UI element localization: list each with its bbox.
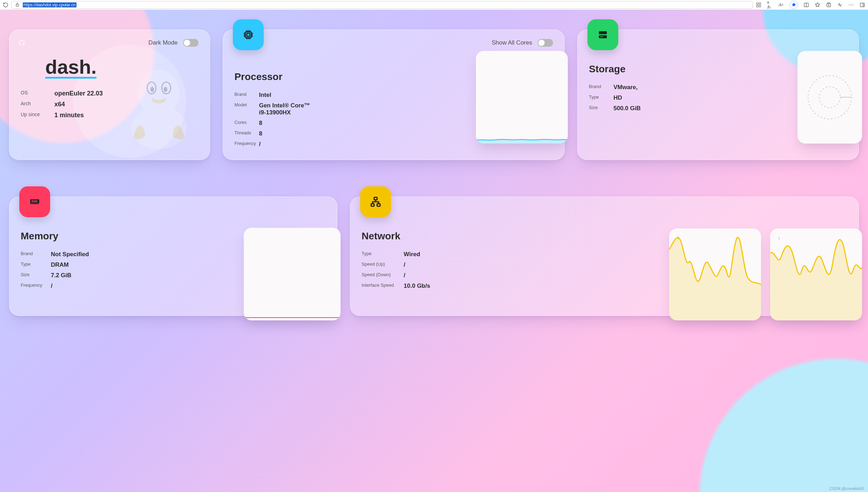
network-icon: [360, 186, 391, 217]
svg-rect-17: [247, 33, 250, 36]
proc-model-value: Gen Intel® Core™ i9-13900HX: [259, 102, 311, 116]
dark-mode-label: Dark Mode: [148, 39, 177, 46]
svg-point-23: [819, 87, 840, 108]
svg-point-21: [602, 36, 603, 37]
mem-freq-label: Frequency: [21, 282, 51, 290]
page: Dark Mode dash. OS openEuler 22.03 Arch …: [0, 10, 868, 492]
arch-value: x64: [54, 101, 199, 108]
watermark: CSDN @cronaldo91: [829, 486, 864, 491]
svg-rect-2: [759, 3, 761, 5]
svg-rect-1: [756, 3, 758, 5]
favorites-list-icon[interactable]: [815, 2, 820, 8]
os-label: OS: [21, 90, 54, 97]
net-type-label: Type: [362, 251, 404, 258]
svg-rect-28: [35, 200, 36, 202]
mem-size-label: Size: [21, 272, 51, 279]
card-memory: Memory Brand Not Specified Type DRAM Siz…: [9, 197, 337, 316]
proc-brand-label: Brand: [234, 92, 259, 99]
svg-rect-27: [33, 200, 34, 202]
store-size-label: Size: [589, 105, 613, 112]
svg-rect-30: [374, 197, 377, 200]
storage-chart: [798, 51, 862, 144]
net-down-label: Speed (Down): [362, 272, 404, 279]
extensions-icon[interactable]: [756, 2, 761, 8]
favorite-icon[interactable]: [789, 1, 798, 9]
row-1: Dark Mode dash. OS openEuler 22.03 Arch …: [0, 10, 868, 160]
proc-threads-label: Threads: [234, 130, 259, 137]
proc-freq-label: Frequency: [234, 141, 259, 148]
svg-rect-3: [756, 5, 758, 7]
show-cores-toggle[interactable]: [538, 39, 553, 47]
up-value: 1 minutes: [54, 112, 199, 119]
store-type-label: Type: [589, 94, 613, 101]
net-up-label: Speed (Up): [362, 261, 404, 268]
text-size-icon[interactable]: AA: [778, 2, 784, 8]
performance-icon[interactable]: [837, 2, 843, 8]
card-os: Dark Mode dash. OS openEuler 22.03 Arch …: [9, 29, 210, 160]
svg-rect-0: [16, 5, 19, 6]
collections-icon[interactable]: [826, 2, 832, 8]
split-icon[interactable]: [803, 2, 809, 8]
storage-icon: [587, 19, 618, 50]
svg-rect-32: [377, 204, 380, 206]
card-storage: Storage Brand VMware, Type HD Size 500.0…: [577, 29, 859, 160]
arch-label: Arch: [21, 101, 54, 108]
store-brand-label: Brand: [589, 84, 613, 91]
svg-rect-31: [371, 204, 374, 206]
memory-chart: [244, 228, 341, 320]
lock-icon: [14, 2, 20, 8]
svg-rect-18: [599, 31, 607, 34]
os-value: openEuler 22.03: [54, 90, 199, 97]
translate-icon[interactable]: aあ: [767, 2, 773, 8]
mem-type-label: Type: [21, 261, 51, 268]
svg-rect-4: [759, 5, 761, 7]
browser-bar: https://dashdot.vip.cpolar.cn aあ AA ⋯: [0, 0, 868, 10]
arrow-up-icon: ↑: [677, 235, 679, 240]
card-network: Network Type Wired Speed (Up) / Speed (D…: [350, 197, 859, 316]
proc-cores-label: Cores: [234, 120, 259, 127]
show-cores-label: Show All Cores: [492, 39, 532, 46]
svg-point-20: [600, 36, 601, 37]
svg-rect-26: [32, 200, 33, 202]
arrow-down-icon: ↓: [778, 235, 780, 240]
url-text: https://dashdot.vip.cpolar.cn: [23, 2, 76, 7]
card-processor: Show All Cores Processor Brand Intel Mod…: [223, 29, 565, 160]
sidebar-icon[interactable]: [860, 2, 865, 8]
mem-brand-label: Brand: [21, 251, 51, 258]
dark-mode-toggle[interactable]: [183, 39, 199, 47]
address-bar[interactable]: https://dashdot.vip.cpolar.cn: [11, 1, 753, 9]
processor-chart: [476, 51, 568, 144]
row-2: Memory Brand Not Specified Type DRAM Siz…: [0, 177, 868, 316]
app-title: dash.: [45, 57, 96, 79]
bg-blob-cyan: [700, 359, 868, 492]
github-icon[interactable]: [19, 40, 25, 47]
network-up-chart: ↑: [669, 228, 761, 320]
svg-rect-16: [245, 32, 251, 38]
network-down-chart: ↓: [770, 228, 862, 320]
reload-icon[interactable]: [3, 2, 8, 8]
up-label: Up since: [21, 112, 54, 119]
svg-rect-29: [36, 200, 37, 202]
proc-model-label: Model: [234, 102, 259, 116]
memory-icon: [19, 186, 50, 217]
net-iface-label: Interface Speed: [362, 282, 404, 290]
browser-right-icons: aあ AA ⋯: [756, 1, 865, 9]
cpu-icon: [233, 19, 264, 50]
more-icon[interactable]: ⋯: [848, 2, 854, 8]
